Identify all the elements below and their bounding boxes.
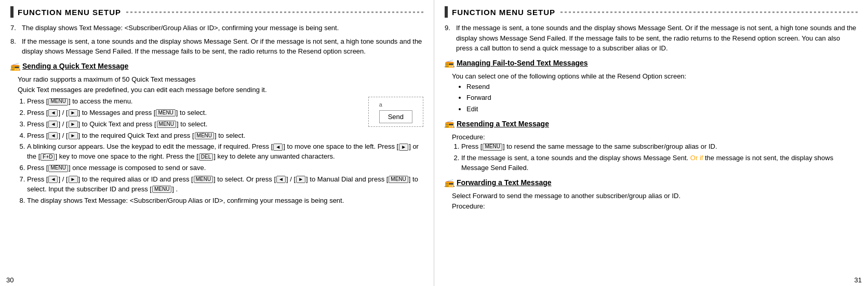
left-key-2: ◄ [48,109,58,116]
subsection-intro2: Quick Text messages are predefined, you … [18,85,423,95]
item-9-text: If the message is sent, a tone sounds an… [456,23,858,54]
left-key-3: ◄ [48,121,58,128]
forwarding-intro: Select Forward to send the message to an… [452,191,858,201]
left-key-7: ◄ [48,176,58,183]
right-key-3: ► [69,121,78,128]
orange-text: Or if [690,154,703,162]
left-key-5: ◄ [273,144,283,151]
menu-key-7: MENU [194,176,213,183]
managing-body: You can select one of the following opti… [452,71,858,114]
step-6: Press [MENU] once message is composed to… [27,163,423,173]
menu-key-2: MENU [156,109,175,116]
step-8: The display shows Text Message: <Subscri… [27,196,423,206]
right-page: FUNCTION MENU SETUP 9. If the message is… [434,0,868,286]
menu-key-4: MENU [195,132,214,139]
right-key-7b: ► [296,176,305,183]
step-3: Press [◄] / [►] to Quick Text and press … [27,120,423,129]
managing-title: 📻 Managing Fail-to-Send Text Messages [445,58,858,70]
step-1: Press [MENU] to access the menu. [27,97,423,107]
send-box-text: Send [379,110,412,124]
item-8-text: If the message is sent, a tone sounds an… [22,36,423,57]
resending-title: 📻 Resending a Text Message [445,118,858,130]
menu-key-3: MENU [157,121,176,128]
forwarding-title: 📻 Forwarding a Text Message [445,177,858,189]
fd-key-5: F+D [41,153,55,161]
menu-key-7c: MENU [152,186,171,193]
left-page-number: 30 [6,276,14,284]
left-key-4: ◄ [48,132,58,139]
item-9-num: 9. [445,23,456,33]
resend-step-2: If the message is sent, a tone sounds an… [461,153,858,173]
subsection-sending-title: 📻 Sending a Quick Text Message [10,61,423,73]
subsection-intro1: Your radio supports a maximum of 50 Quic… [18,74,423,85]
resend-step-1: Press [MENU] to resend the same message … [461,142,858,152]
menu-key-1: MENU [48,98,68,106]
left-section-title: FUNCTION MENU SETUP [18,8,121,17]
right-key-2: ► [69,109,78,116]
menu-key-6: MENU [48,165,68,172]
resending-body: Procedure: Press [MENU] to resend the sa… [452,132,858,173]
left-section-header: FUNCTION MENU SETUP [10,6,423,18]
left-key-7b: ◄ [276,176,286,183]
send-box-container: a Send [368,97,423,127]
right-content: 9. If the message is sent, a tone sounds… [445,23,858,211]
left-header-bar [10,6,14,18]
forwarding-body: Select Forward to send the message to an… [452,191,858,211]
step-5: A blinking cursor appears. Use the keypa… [27,142,423,162]
send-box-label: a [379,100,382,109]
bullet-forward: Forward [466,93,858,103]
menu-key-7b: MENU [389,176,408,183]
right-key-7: ► [69,176,78,183]
radio-icon-forwarding: 📻 [445,177,455,189]
bullet-resend: Resend [466,82,858,92]
right-section-title: FUNCTION MENU SETUP [452,8,555,17]
managing-intro: You can select one of the following opti… [452,71,858,82]
send-box: a Send [368,97,423,127]
right-page-number: 31 [854,276,862,284]
item-8-num: 8. [10,36,22,47]
right-section-header: FUNCTION MENU SETUP [445,6,858,18]
steps-with-sendbox: a Send Press [MENU] to access the menu. … [18,97,423,205]
step-2: Press [◄] / [►] to Messages and press [M… [27,108,423,118]
radio-icon-sending: 📻 [10,61,20,73]
step-7: Press [◄] / [►] to the required alias or… [27,175,423,194]
managing-bullets: Resend Forward Edit [466,82,858,114]
left-item-7: 7. The display shows Text Message: <Subs… [10,23,423,33]
radio-icon-resending: 📻 [445,118,455,130]
right-key-5: ► [399,144,408,151]
right-header-bar [445,6,448,18]
menu-key-r1: MENU [483,144,502,151]
item-7-text: The display shows Text Message: <Subscri… [22,23,423,33]
del-key-5: DEL [199,153,213,161]
right-key-4: ► [69,132,78,139]
step-4: Press [◄] / [►] to the required Quick Te… [27,131,423,141]
resending-steps: Press [MENU] to resend the same message … [461,142,858,173]
left-page: FUNCTION MENU SETUP 7. The display shows… [0,0,434,286]
right-header-line [560,11,858,13]
radio-icon-managing: 📻 [445,58,455,70]
right-item-9: 9. If the message is sent, a tone sounds… [445,23,858,54]
resending-procedure-label: Procedure: [452,132,858,142]
subsection-sending-body: Your radio supports a maximum of 50 Quic… [18,74,423,205]
forwarding-procedure: Procedure: [452,201,858,212]
bullet-edit: Edit [466,104,858,114]
left-item-8: 8. If the message is sent, a tone sounds… [10,36,423,57]
left-header-line [126,11,423,13]
left-content: 7. The display shows Text Message: <Subs… [10,23,423,205]
quick-text-steps: Press [MENU] to access the menu. Press [… [27,97,423,205]
item-7-num: 7. [10,23,22,33]
